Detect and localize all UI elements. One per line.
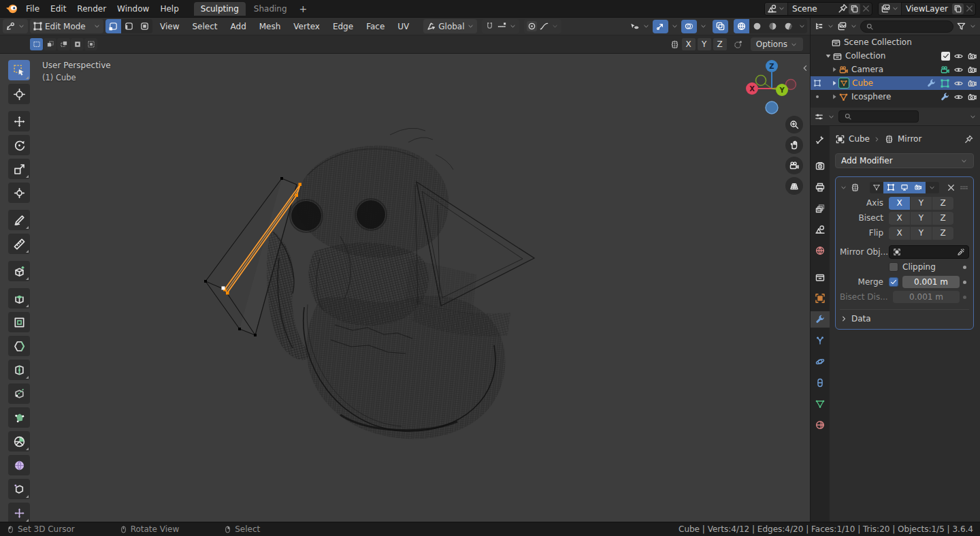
chevron-down-icon[interactable] (551, 22, 559, 30)
new-scene-button[interactable] (849, 3, 860, 14)
hide-eye-icon[interactable] (953, 65, 964, 75)
render-display-toggle[interactable] (911, 182, 925, 193)
gizmo-y-label[interactable]: Y (779, 86, 785, 94)
merge-checkbox[interactable] (889, 277, 898, 287)
render-visibility-icon[interactable] (967, 92, 977, 102)
outliner-row-icosphere[interactable]: Icosphere (811, 90, 980, 104)
menu-help[interactable]: Help (154, 1, 184, 16)
tool-options-dropdown[interactable]: Options (751, 37, 803, 51)
tool-knife[interactable] (8, 383, 30, 404)
properties-editor-icon[interactable] (814, 112, 824, 122)
shading-dropdown[interactable] (796, 19, 807, 33)
collection-checkbox[interactable] (941, 52, 950, 61)
sidebar-collapse-arrow[interactable] (800, 63, 810, 73)
menu-select[interactable]: Select (186, 18, 223, 35)
tool-shrink-fatten[interactable] (8, 503, 30, 522)
axis-x-button[interactable]: X (889, 197, 910, 210)
flip-y-button[interactable]: Y (911, 227, 932, 240)
hide-eye-icon[interactable] (953, 78, 964, 89)
tool-cursor[interactable] (8, 84, 30, 104)
tool-loop-cut[interactable] (8, 360, 30, 380)
chevron-down-icon[interactable] (700, 22, 707, 30)
menu-mesh[interactable]: Mesh (254, 18, 287, 35)
panel-collapse-icon[interactable] (840, 184, 847, 191)
delete-modifier-button[interactable] (946, 183, 956, 193)
tab-constraints[interactable] (811, 375, 830, 391)
tab-object-data[interactable] (811, 396, 830, 412)
ortho-toggle-button[interactable] (785, 177, 803, 195)
tool-measure[interactable] (8, 234, 30, 254)
gizmo-x-label[interactable]: X (749, 85, 755, 93)
chevron-down-icon[interactable] (969, 113, 977, 121)
menu-add[interactable]: Add (225, 18, 252, 35)
falloff-curve-icon[interactable] (539, 21, 549, 31)
mode-dropdown[interactable]: Edit Mode (30, 19, 103, 33)
tab-object[interactable] (811, 290, 830, 306)
eyedropper-icon[interactable] (957, 248, 965, 256)
symmetry-y-button[interactable]: Y (698, 38, 711, 50)
select-mode-extend-button[interactable] (44, 38, 56, 50)
zoom-button[interactable] (785, 116, 803, 133)
wireframe-shading-button[interactable] (734, 19, 749, 33)
viewport-canvas[interactable] (0, 54, 810, 522)
snap-target-icon[interactable] (497, 21, 507, 31)
axis-z-button[interactable]: Z (932, 197, 953, 210)
tool-annotate[interactable] (8, 210, 30, 230)
pin-icon[interactable] (964, 134, 974, 144)
tab-collection[interactable] (811, 269, 830, 285)
menu-vertex[interactable]: Vertex (288, 18, 325, 35)
workspace-tab-sculpting[interactable]: Sculpting (194, 2, 246, 16)
mirror-object-field[interactable] (889, 245, 969, 259)
bisect-distance-field[interactable]: 0.001 m (893, 291, 960, 303)
merge-threshold-field[interactable]: 0.001 m (902, 276, 960, 288)
tab-tool[interactable] (811, 131, 830, 148)
tool-smooth[interactable] (8, 455, 30, 475)
chevron-down-icon[interactable] (827, 22, 834, 30)
editor-type-button[interactable] (3, 19, 28, 33)
menu-render[interactable]: Render (71, 1, 112, 16)
breadcrumb-object[interactable]: Cube (849, 134, 870, 144)
data-subpanel-header[interactable]: Data (840, 309, 969, 324)
rendered-shading-button[interactable] (781, 19, 796, 33)
edge-select-mode-button[interactable] (121, 19, 137, 33)
tool-spin[interactable] (8, 431, 30, 452)
expand-triangle-icon[interactable] (830, 79, 838, 87)
chevron-down-icon[interactable] (828, 113, 835, 121)
camera-view-button[interactable] (785, 157, 803, 174)
add-modifier-dropdown[interactable]: Add Modifier (835, 153, 974, 168)
pan-button[interactable] (785, 136, 803, 154)
menu-edit[interactable]: Edit (45, 1, 71, 16)
select-mode-intersect-button[interactable] (84, 38, 97, 50)
symmetry-x-button[interactable]: X (682, 38, 696, 50)
menu-window[interactable]: Window (112, 1, 154, 16)
scene-selector[interactable]: Scene (764, 2, 872, 16)
select-mode-subtract-button[interactable] (57, 38, 70, 50)
chevron-down-icon[interactable] (509, 22, 517, 30)
filter-funnel-icon[interactable] (956, 21, 966, 31)
tool-extrude-region[interactable] (8, 288, 30, 309)
pin-icon[interactable] (837, 3, 849, 14)
outliner-row-cube[interactable]: Cube (811, 76, 980, 90)
navigation-gizmo[interactable]: Z X Y (742, 58, 803, 119)
menu-edge[interactable]: Edge (327, 18, 359, 35)
xray-toggle[interactable] (713, 20, 728, 33)
material-preview-button[interactable] (765, 19, 781, 33)
chevron-down-icon[interactable] (671, 22, 679, 30)
outliner-row-camera[interactable]: Camera (811, 63, 980, 76)
outliner-row-scene-collection[interactable]: Scene Collection (811, 35, 980, 49)
delete-scene-button[interactable] (860, 3, 872, 14)
on-cage-toggle[interactable] (870, 182, 883, 193)
outliner-filter-type-icon[interactable] (837, 21, 847, 31)
show-gizmo-toggle[interactable] (653, 20, 668, 33)
object-visibility-icon[interactable] (630, 21, 640, 31)
transform-orientation-dropdown[interactable]: Global (423, 19, 476, 33)
vertex-select-mode-button[interactable] (105, 19, 121, 33)
tool-rotate[interactable] (8, 135, 30, 155)
menu-uv[interactable]: UV (392, 18, 414, 35)
properties-search-input[interactable] (838, 110, 919, 123)
tab-particles[interactable] (811, 332, 830, 349)
axis-y-button[interactable]: Y (911, 197, 932, 210)
tab-render[interactable] (811, 158, 830, 174)
render-visibility-icon[interactable] (967, 51, 977, 61)
snap-symmetry-icon[interactable] (733, 40, 743, 50)
